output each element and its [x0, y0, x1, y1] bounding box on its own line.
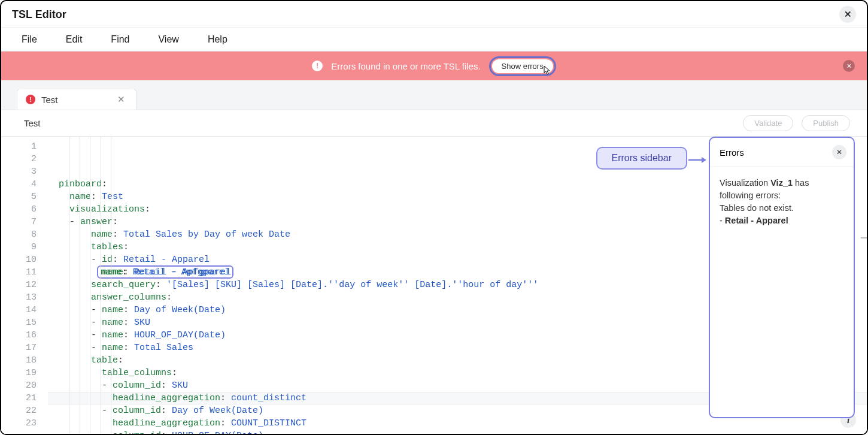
indent-guide [69, 137, 69, 435]
validate-button[interactable]: Validate [743, 115, 793, 131]
code-line[interactable]: headline_aggregation: COUNT_DISTINCT [48, 417, 867, 430]
window-close-button[interactable]: ✕ [839, 6, 856, 23]
line-number: 12 [1, 279, 47, 291]
error-icon: ! [26, 95, 35, 104]
errors-title: Errors [720, 147, 744, 158]
line-gutter: 1234567891011121314151617181920212223 [1, 137, 48, 435]
tab-test[interactable]: ! Test ✕ [17, 89, 136, 110]
show-errors-highlight: Show errors [489, 56, 556, 76]
callout-errors-sidebar: Errors sidebar [596, 147, 687, 170]
code-line[interactable]: - column_id: HOUR_OF_DAY(Date) [48, 430, 867, 435]
errors-body: Visualization Viz_1 has following errors… [710, 167, 854, 237]
menu-file[interactable]: File [22, 34, 37, 45]
banner-close-button[interactable]: ✕ [843, 60, 855, 72]
line-number: 8 [1, 228, 47, 241]
line-number: 13 [1, 291, 47, 304]
publish-button[interactable]: Publish [802, 115, 850, 131]
line-number: 9 [1, 241, 47, 253]
menu-find[interactable]: Find [111, 34, 129, 45]
line-number: 18 [1, 354, 47, 367]
cursor-icon [542, 65, 552, 78]
tabstrip: ! Test ✕ [1, 80, 867, 110]
titlebar: TSL Editor ✕ [1, 1, 867, 28]
line-number: 11 [1, 266, 47, 279]
line-number: 1 [1, 140, 47, 153]
error-icon: ! [312, 61, 323, 71]
errors-close-button[interactable]: ✕ [832, 145, 846, 159]
app-title: TSL Editor [12, 8, 66, 21]
line-number: 5 [1, 191, 47, 203]
indent-guide [111, 137, 111, 435]
line-number: 15 [1, 316, 47, 329]
line-number: 19 [1, 367, 47, 379]
tab-label: Test [41, 95, 58, 105]
line-number: 20 [1, 379, 47, 392]
line-number: 21 [1, 392, 47, 404]
errors-panel: Errors ✕ Visualization Viz_1 has followi… [709, 137, 855, 418]
line-number: 3 [1, 165, 47, 178]
line-number: 2 [1, 153, 47, 165]
line-number: 6 [1, 203, 47, 216]
line-number: 16 [1, 329, 47, 342]
menubar: File Edit Find View Help [1, 28, 867, 52]
line-number: 14 [1, 304, 47, 316]
menu-help[interactable]: Help [208, 34, 227, 45]
line-number: 7 [1, 216, 47, 228]
tab-close-button[interactable]: ✕ [115, 94, 128, 105]
code-editor[interactable]: Errors sidebar Errors ✕ Visualization Vi… [1, 137, 867, 435]
indent-guide [90, 137, 90, 435]
menu-edit[interactable]: Edit [66, 34, 83, 45]
indent-guide [80, 137, 80, 435]
indent-guide [101, 137, 101, 435]
workspace: ! Test ✕ Test Validate Publish Errors si… [1, 80, 867, 435]
line-number: 23 [1, 417, 47, 430]
line-number: 22 [1, 404, 47, 417]
arrow-icon [688, 156, 706, 167]
line-number: 17 [1, 342, 47, 354]
menu-view[interactable]: View [158, 34, 178, 45]
file-name: Test [24, 118, 41, 128]
file-toolbar: Test Validate Publish [1, 110, 867, 137]
banner-message: Errors found in one or more TSL files. [331, 61, 480, 71]
error-banner: ! Errors found in one or more TSL files.… [1, 52, 867, 80]
line-number: 4 [1, 178, 47, 191]
line-number: 10 [1, 253, 47, 266]
